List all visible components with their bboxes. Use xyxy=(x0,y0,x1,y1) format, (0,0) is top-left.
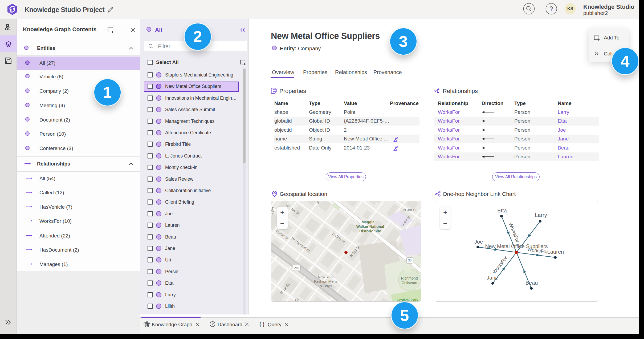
svg-text:Maggie L.: Maggie L. xyxy=(362,220,379,224)
svg-text:Walker National: Walker National xyxy=(356,224,384,229)
svg-text:& Boys: & Boys xyxy=(320,284,332,288)
svg-text:Historic Site: Historic Site xyxy=(359,229,381,233)
svg-text:New York: New York xyxy=(318,275,334,279)
svg-text:33: 33 xyxy=(408,259,412,262)
svg-text:WorksFor: WorksFor xyxy=(491,255,508,275)
svg-text:N 3rd St: N 3rd St xyxy=(403,208,417,212)
svg-text:250: 250 xyxy=(294,266,299,269)
svg-text:Coliseum: Coliseum xyxy=(402,281,417,285)
svg-text:?: ? xyxy=(549,5,553,12)
svg-text:Lauren: Lauren xyxy=(547,249,564,255)
svg-text:Jane: Jane xyxy=(487,275,498,281)
svg-text:Fashion Mens: Fashion Mens xyxy=(314,279,337,284)
svg-text:Joe: Joe xyxy=(474,239,483,245)
svg-text:Beau: Beau xyxy=(525,280,538,286)
svg-text:WorksFor: WorksFor xyxy=(508,222,521,243)
svg-text:Larry: Larry xyxy=(535,212,547,218)
svg-text:Etta: Etta xyxy=(497,208,507,213)
svg-text:Festival Park: Festival Park xyxy=(397,298,419,302)
svg-text:Richmond: Richmond xyxy=(401,276,418,280)
